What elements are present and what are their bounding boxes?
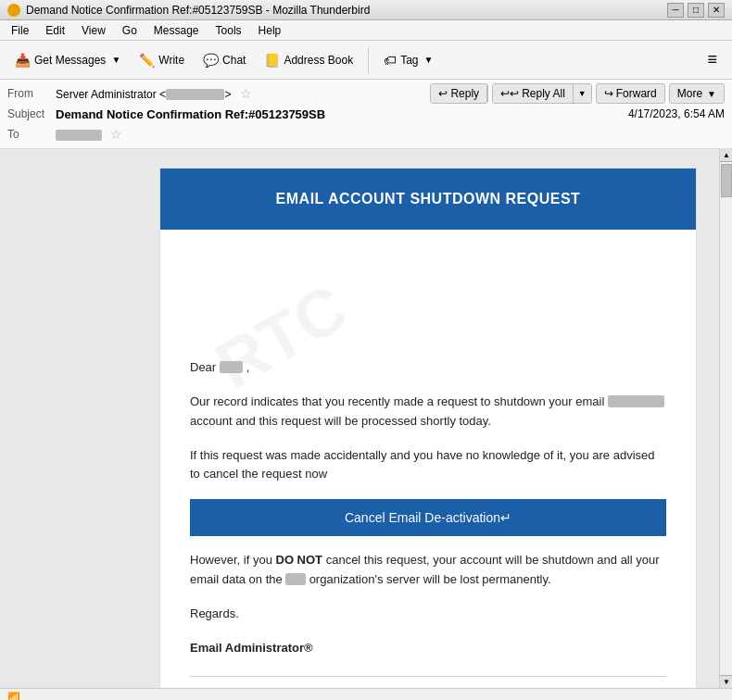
para3: However, if you DO NOT cancel this reque… <box>190 551 666 590</box>
app-icon <box>7 4 20 17</box>
subject-row: Subject Demand Notice Confirmation Ref:#… <box>7 104 725 124</box>
regards: Regards. <box>190 605 666 624</box>
reply-button[interactable]: ↩ Reply <box>431 84 487 103</box>
scrollbar-thumb[interactable] <box>721 164 732 197</box>
get-messages-icon: 📥 <box>15 53 31 68</box>
menu-help[interactable]: Help <box>251 22 289 39</box>
signature: Email Administrator® <box>190 639 666 658</box>
email-blurred <box>608 395 664 407</box>
email-card: EMAIL ACCOUNT SHUTDOWN REQUEST RTC Dear … <box>159 168 697 688</box>
org-blurred <box>285 573 306 585</box>
window-title: Demand Notice Confirmation Ref:#05123759… <box>26 4 370 17</box>
reply-icon: ↩ <box>438 87 448 100</box>
cancel-button[interactable]: Cancel Email De-activation↵ <box>190 499 666 536</box>
write-icon: ✏️ <box>139 53 155 68</box>
more-dropdown-icon: ▼ <box>707 89 716 99</box>
titlebar-left: Demand Notice Confirmation Ref:#05123759… <box>7 4 370 17</box>
para3-bold: DO NOT <box>276 553 323 567</box>
tag-button[interactable]: 🏷 Tag ▼ <box>376 49 440 71</box>
maximize-button[interactable]: □ <box>688 3 704 18</box>
to-label: To <box>7 128 56 141</box>
from-row: From Server Administrator < > ☆ ↩ Reply … <box>7 83 725 104</box>
chat-icon: 💬 <box>203 53 219 68</box>
reply-split-button[interactable]: ↩ Reply <box>430 83 488 104</box>
reply-all-dropdown[interactable]: ▼ <box>574 84 591 103</box>
greeting-end: , <box>246 360 250 374</box>
from-name: Server Administrator < <box>56 88 166 101</box>
forward-button[interactable]: ↪ Forward <box>596 83 665 104</box>
from-star-icon[interactable]: ☆ <box>240 86 252 101</box>
tag-label: Tag <box>400 54 418 67</box>
reply-all-button[interactable]: ↩↩ Reply All <box>493 84 574 103</box>
window-controls[interactable]: ─ □ ✕ <box>667 3 725 18</box>
address-book-button[interactable]: 📒 Address Book <box>257 49 360 71</box>
titlebar: Demand Notice Confirmation Ref:#05123759… <box>0 0 732 20</box>
subject-label: Subject <box>7 107 56 120</box>
get-messages-button[interactable]: 📥 Get Messages ▼ <box>7 49 128 71</box>
para1-text: Our record indicates that you recently m… <box>190 394 604 408</box>
from-label: From <box>7 87 56 100</box>
menubar: File Edit View Go Message Tools Help <box>0 20 732 41</box>
address-book-icon: 📒 <box>264 53 280 68</box>
write-label: Write <box>158 54 184 67</box>
para2: If this request was made accidentally an… <box>190 446 666 485</box>
email-header-actions: ↩ Reply ↩↩ Reply All ▼ ↪ Forward More ▼ <box>430 83 725 104</box>
toolbar-separator <box>368 47 369 73</box>
from-email-blurred <box>166 89 224 100</box>
greeting-text: Dear <box>190 360 216 374</box>
close-button[interactable]: ✕ <box>708 3 725 18</box>
reply-label: Reply <box>450 87 479 100</box>
email-body-container[interactable]: ▲ ▼ EMAIL ACCOUNT SHUTDOWN REQUEST RTC D… <box>0 149 732 688</box>
forward-label: Forward <box>616 87 657 100</box>
reply-all-label: Reply All <box>522 87 565 100</box>
from-value: Server Administrator < > ☆ <box>56 86 430 101</box>
more-label: More <box>677 87 702 100</box>
address-book-label: Address Book <box>284 54 353 67</box>
para1: Our record indicates that you recently m… <box>190 393 666 431</box>
to-star-icon[interactable]: ☆ <box>110 127 122 142</box>
scrollbar[interactable]: ▲ ▼ <box>719 149 732 688</box>
statusbar: 📶 <box>0 688 732 700</box>
chat-button[interactable]: 💬 Chat <box>196 49 253 71</box>
to-blurred <box>56 130 102 141</box>
subject-value: Demand Notice Confirmation Ref:#05123759… <box>56 107 628 121</box>
tag-dropdown-icon[interactable]: ▼ <box>424 55 434 65</box>
minimize-button[interactable]: ─ <box>667 3 684 18</box>
signature-text: Email Administrator® <box>190 641 313 655</box>
footer-divider <box>190 676 666 677</box>
get-messages-dropdown-icon[interactable]: ▼ <box>111 55 120 65</box>
scrollbar-up-arrow[interactable]: ▲ <box>720 149 732 162</box>
email-header: From Server Administrator < > ☆ ↩ Reply … <box>0 80 732 149</box>
menu-tools[interactable]: Tools <box>208 22 249 39</box>
menu-go[interactable]: Go <box>115 22 145 39</box>
write-button[interactable]: ✏️ Write <box>132 49 192 71</box>
svg-point-0 <box>10 6 18 14</box>
menu-message[interactable]: Message <box>146 22 207 39</box>
signal-icon: 📶 <box>7 692 20 701</box>
chat-label: Chat <box>222 54 246 67</box>
email-card-title: EMAIL ACCOUNT SHUTDOWN REQUEST <box>179 191 677 207</box>
email-card-header: EMAIL ACCOUNT SHUTDOWN REQUEST <box>160 169 696 230</box>
menu-file[interactable]: File <box>4 22 36 39</box>
toolbar: 📥 Get Messages ▼ ✏️ Write 💬 Chat 📒 Addre… <box>0 41 732 80</box>
reply-all-split-button[interactable]: ↩↩ Reply All ▼ <box>492 83 592 104</box>
reply-all-icon: ↩↩ <box>500 87 519 100</box>
para1-end: account and this request will be process… <box>190 414 491 428</box>
toolbar-right: ≡ <box>700 46 725 73</box>
para3-end: organization's server will be lost perma… <box>306 572 551 586</box>
date-value: 4/17/2023, 6:54 AM <box>628 107 725 120</box>
more-button[interactable]: More ▼ <box>669 83 725 104</box>
scrollbar-down-arrow[interactable]: ▼ <box>720 675 732 688</box>
menu-edit[interactable]: Edit <box>38 22 72 39</box>
get-messages-label: Get Messages <box>34 54 106 67</box>
to-row: To ☆ <box>7 124 725 144</box>
email-card-body: RTC Dear , Our record indicates that you… <box>160 230 696 688</box>
hamburger-menu-icon[interactable]: ≡ <box>700 46 725 73</box>
forward-icon: ↪ <box>604 87 613 100</box>
from-email-end: > <box>224 88 231 101</box>
greeting-para: Dear , <box>190 358 666 378</box>
para3-start: However, if you <box>190 553 276 567</box>
tag-icon: 🏷 <box>384 53 397 68</box>
menu-view[interactable]: View <box>74 22 113 39</box>
to-value: ☆ <box>56 127 725 142</box>
